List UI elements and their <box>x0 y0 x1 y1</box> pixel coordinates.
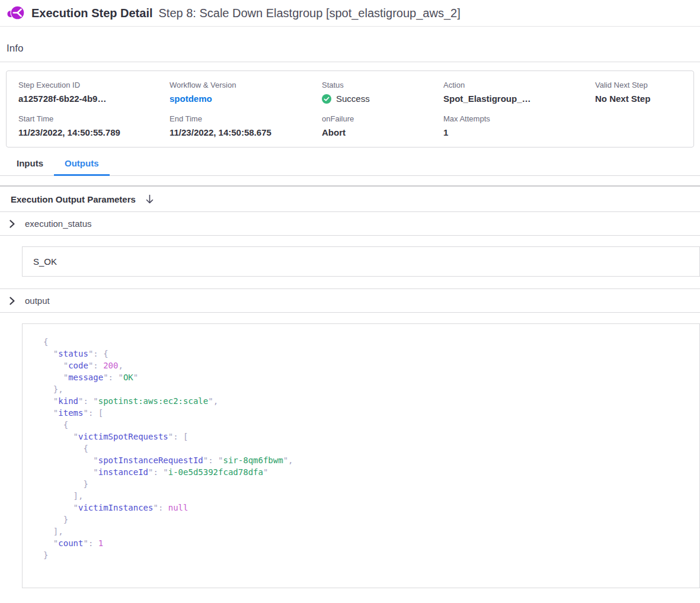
field-label: Workflow & Version <box>170 81 322 89</box>
param-name: execution_status <box>25 219 92 229</box>
execution-status-content: S_OK <box>0 236 700 289</box>
execution-status-value: S_OK <box>22 246 700 277</box>
tab-inputs[interactable]: Inputs <box>6 158 54 175</box>
param-row-execution-status[interactable]: execution_status <box>0 212 700 236</box>
field-label: Start Time <box>18 114 170 123</box>
chevron-right-icon <box>9 297 15 305</box>
page-title: Execution Step Detail <box>31 7 153 20</box>
param-name: output <box>25 296 50 306</box>
workflow-link[interactable]: spotdemo <box>170 94 322 104</box>
field-label: Max Attempts <box>443 114 595 123</box>
field-value: Spot_Elastigroup_… <box>443 94 595 104</box>
tab-outputs[interactable]: Outputs <box>54 158 110 176</box>
field-label: Status <box>322 81 443 89</box>
field-value: 11/23/2022, 14:50:58.675 <box>170 127 322 137</box>
field-label: Step Execution ID <box>18 81 170 89</box>
chevron-right-icon <box>9 220 15 228</box>
field-valid-next-step: Valid Next Step No Next Step <box>595 81 682 104</box>
field-value: 11/23/2022, 14:50:55.789 <box>18 127 170 137</box>
field-max-attempts: Max Attempts 1 <box>443 114 595 137</box>
field-workflow-version: Workflow & Version spotdemo <box>170 81 322 104</box>
info-heading-label: Info <box>7 43 23 54</box>
field-start-time: Start Time 11/23/2022, 14:50:55.789 <box>18 114 170 137</box>
output-json-box: { "status": { "code": 200, "message": "O… <box>22 323 700 588</box>
output-json-code: { "status": { "code": 200, "message": "O… <box>43 336 693 561</box>
field-value: Abort <box>322 127 443 137</box>
output-content: { "status": { "code": 200, "message": "O… <box>0 313 700 588</box>
success-check-icon <box>322 94 331 104</box>
output-params-header: Execution Output Parameters <box>0 187 700 212</box>
info-card: Step Execution ID a125728f-6b22-4b9… Wor… <box>6 70 694 147</box>
output-params-title: Execution Output Parameters <box>11 194 136 204</box>
info-section-heading: Info <box>0 27 700 62</box>
field-step-execution-id: Step Execution ID a125728f-6b22-4b9… <box>18 81 170 104</box>
status-value: Success <box>322 94 443 104</box>
io-tabs: Inputs Outputs <box>0 158 700 176</box>
field-onfailure: onFailure Abort <box>322 114 443 137</box>
download-arrow-icon[interactable] <box>145 194 154 204</box>
page-subtitle: Step 8: Scale Down Elastgroup [spot_elas… <box>159 7 461 20</box>
status-text: Success <box>336 94 370 104</box>
field-status: Status Success <box>322 81 443 104</box>
field-end-time: End Time 11/23/2022, 14:50:58.675 <box>170 114 322 137</box>
field-label: End Time <box>170 114 322 123</box>
field-label: Valid Next Step <box>595 81 682 89</box>
field-action: Action Spot_Elastigroup_… <box>443 81 595 104</box>
param-row-output[interactable]: output <box>0 289 700 313</box>
field-label: Action <box>443 81 595 89</box>
brand-logo-icon <box>7 5 24 22</box>
field-value: a125728f-6b22-4b9… <box>18 94 170 104</box>
app-header: Execution Step Detail Step 8: Scale Down… <box>0 0 700 27</box>
field-label: onFailure <box>322 114 443 123</box>
field-value: No Next Step <box>595 94 682 104</box>
field-value: 1 <box>443 127 595 137</box>
